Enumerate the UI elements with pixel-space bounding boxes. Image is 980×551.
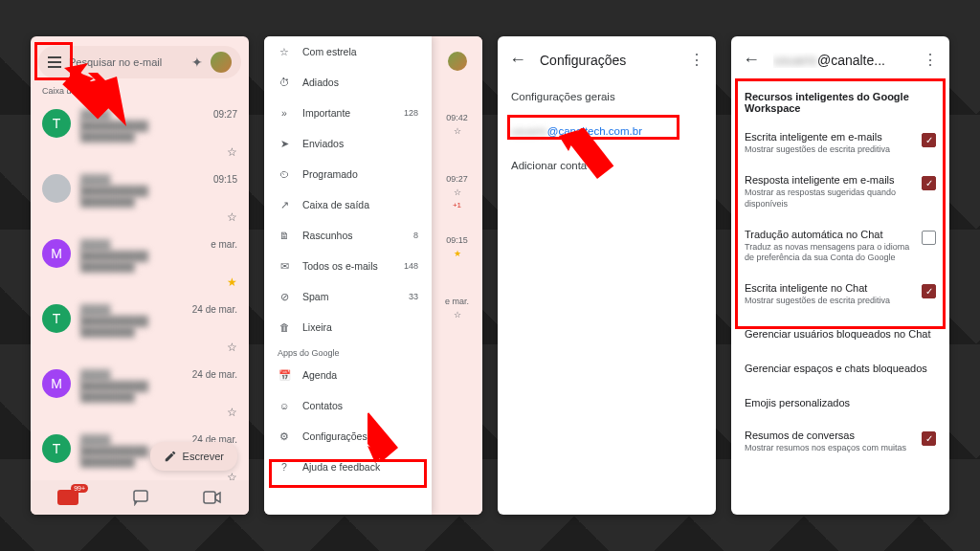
drawer-icon: 🗑 (278, 320, 291, 334)
email-row[interactable]: T ████24 de mar. ██████████ ████████ ☆ (31, 297, 249, 362)
drawer-icon: ⚙ (278, 430, 291, 443)
annotation-box-4 (735, 78, 946, 329)
email-time: e mar. (211, 239, 237, 251)
star-icon[interactable]: ☆ (80, 210, 237, 224)
drawer-icon: ➤ (278, 137, 291, 150)
drawer-label: Importante (302, 107, 350, 119)
settings-general[interactable]: Configurações gerais (498, 79, 716, 114)
drawer-icon: ☺ (278, 399, 291, 412)
drawer-label: Caixa de saída (302, 199, 369, 210)
svg-rect-6 (62, 69, 112, 117)
email-time: 24 de mar. (192, 369, 237, 381)
sender-avatar: M (42, 369, 71, 398)
drawer-label: Agenda (302, 369, 337, 381)
compose-button[interactable]: Escrever (150, 442, 237, 471)
drawer-label: Contatos (302, 400, 343, 411)
drawer-item[interactable]: ☆Com estrela (264, 36, 432, 67)
sparkle-icon[interactable]: ✦ (191, 55, 203, 70)
underlay-row: 09:42☆ (432, 113, 482, 174)
avatar (448, 52, 467, 71)
email-row[interactable]: ████09:15 ██████████ ████████ ☆ (31, 166, 249, 231)
drawer-item[interactable]: 📅Agenda (264, 360, 432, 390)
svg-rect-1 (204, 492, 215, 503)
underlay-row: 09:15★ (432, 235, 482, 297)
topbar: ← usuario@canalte... ⋮ (731, 36, 949, 79)
drawer-item[interactable]: ⊘Spam33 (264, 281, 432, 312)
mail-tab-icon[interactable] (57, 490, 78, 505)
star-icon[interactable]: ★ (80, 276, 237, 289)
checkbox[interactable] (922, 431, 936, 446)
sender-name: ████ (80, 369, 110, 381)
underlay-row: 09:27☆+1 (432, 174, 482, 235)
drawer-count: 8 (413, 231, 418, 240)
drawer-item[interactable]: 🗎Rascunhos8 (264, 220, 432, 251)
drawer-label: Configurações (302, 430, 368, 442)
drawer-label: Programado (302, 168, 358, 180)
email-time: 09:15 (213, 174, 237, 186)
sender-name: ████ (80, 304, 110, 316)
meet-tab-icon[interactable] (203, 490, 222, 505)
star-icon[interactable]: ☆ (80, 406, 237, 419)
email-row[interactable]: M ████24 de mar. ██████████ ████████ ☆ (31, 362, 249, 427)
email-time: 24 de mar. (192, 304, 237, 316)
screen-3-settings: ← Configurações ⋮ Configurações gerais u… (498, 36, 716, 515)
email-subject: ██████████ (80, 251, 237, 261)
drawer-count: 148 (404, 261, 418, 271)
drawer-icon: 🗎 (278, 229, 291, 242)
drawer-label: Spam (302, 291, 328, 302)
page-title: Configurações (540, 53, 676, 68)
sender-avatar: T (42, 434, 71, 463)
back-icon[interactable]: ← (743, 50, 760, 70)
drawer-label: Com estrela (302, 46, 357, 57)
drawer-icon: ☆ (278, 45, 291, 58)
email-snippet: ████████ (80, 196, 237, 207)
email-snippet: ████████ (80, 326, 237, 337)
bottom-nav (31, 480, 249, 515)
drawer-item[interactable]: ✉Todos os e-mails148 (264, 251, 432, 281)
drawer-icon: ⊘ (278, 290, 291, 303)
underlay-row: e mar.☆ (432, 297, 482, 358)
setting-row[interactable]: Gerenciar espaços e chats bloqueados (731, 351, 949, 386)
setting-row[interactable]: Resumos de conversas Mostrar resumos nos… (731, 420, 949, 463)
sender-name: ████ (80, 434, 110, 446)
setting-subtitle: Mostrar resumos nos espaços com muitas (745, 443, 914, 453)
sender-name: ████ (80, 239, 110, 251)
drawer-item[interactable]: ↗Caixa de saída (264, 189, 432, 220)
drawer-icon: ↗ (278, 198, 291, 211)
annotation-arrow-3 (540, 128, 626, 214)
overflow-icon[interactable]: ⋮ (689, 51, 704, 69)
drawer-icon: » (278, 106, 291, 120)
sender-avatar: T (42, 304, 71, 333)
drawer-count: 128 (404, 108, 418, 118)
drawer-label: Enviados (302, 138, 344, 149)
drawer-count: 33 (409, 292, 418, 301)
setting-title: Resumos de conversas (745, 430, 914, 441)
star-icon[interactable]: ☆ (80, 341, 237, 354)
chat-tab-icon[interactable] (132, 489, 149, 506)
overflow-icon[interactable]: ⋮ (923, 51, 938, 69)
drawer-item[interactable]: 🗑Lixeira (264, 312, 432, 342)
apps-header: Apps do Google (264, 342, 432, 360)
drawer-icon: ✉ (278, 259, 291, 273)
setting-row[interactable]: Emojis personalizados (731, 386, 949, 420)
svg-rect-0 (134, 491, 147, 501)
topbar: ← Configurações ⋮ (498, 36, 716, 79)
drawer-icon: ⏲ (278, 167, 291, 181)
back-icon[interactable]: ← (509, 50, 526, 70)
annotation-arrow-2 (368, 408, 444, 484)
drawer-item[interactable]: ➤Enviados (264, 128, 432, 159)
drawer-item[interactable]: »Importante128 (264, 98, 432, 128)
screen-4-account-settings: ← usuario@canalte... ⋮ Recursos intelige… (731, 36, 949, 515)
screen-2-drawer: 09:42☆09:27☆+109:15★e mar.☆ ☆Com estrela… (264, 36, 482, 515)
drawer-item[interactable]: ⏲Programado (264, 159, 432, 189)
drawer-item[interactable]: ⏱Adiados (264, 67, 432, 98)
email-row[interactable]: M ████e mar. ██████████ ████████ ★ (31, 231, 249, 297)
email-subject: ██████████ (80, 381, 237, 391)
drawer-label: Rascunhos (302, 230, 353, 241)
email-time: 09:27 (213, 109, 237, 121)
email-subject: ██████████ (80, 316, 237, 326)
drawer-label: Todos os e-mails (302, 260, 378, 272)
annotation-arrow-1b (59, 63, 145, 149)
email-snippet: ████████ (80, 261, 237, 272)
avatar[interactable] (211, 52, 232, 73)
